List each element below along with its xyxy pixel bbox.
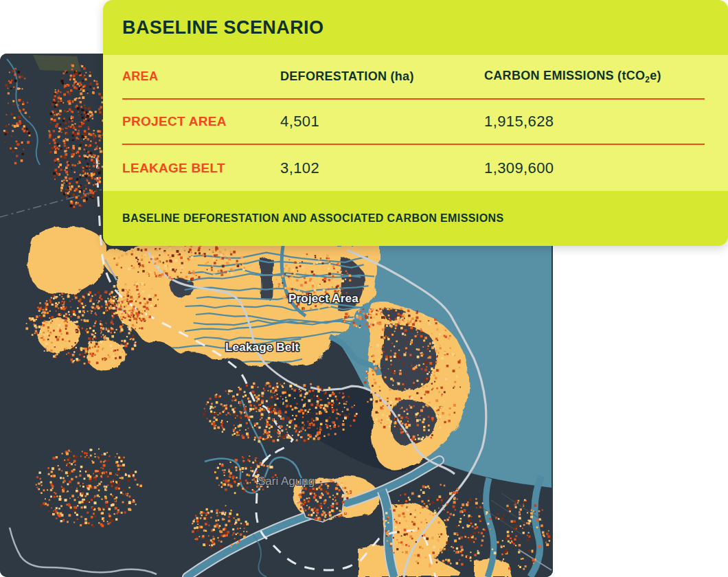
leakage-belt-deforestation-value: 3,102 (280, 159, 484, 177)
map-label-sari-agung: Sari Agung (258, 475, 315, 488)
col-header-carbon-emissions: CARBON EMISSIONS (tCO2e) (484, 69, 705, 84)
screenshot-root: Project Area Leakage Belt Sari Agung BAS… (0, 0, 728, 577)
panel-caption: BASELINE DEFORESTATION AND ASSOCIATED CA… (103, 191, 728, 246)
panel-title: BASELINE SCENARIO (103, 0, 728, 55)
col-header-deforestation: DEFORESTATION (ha) (280, 69, 484, 84)
baseline-scenario-panel: BASELINE SCENARIO AREA DEFORESTATION (ha… (103, 0, 728, 246)
project-area-emissions-value: 1,915,628 (484, 113, 705, 131)
leakage-belt-emissions-value: 1,309,600 (484, 159, 705, 177)
table-header-row: AREA DEFORESTATION (ha) CARBON EMISSIONS… (122, 55, 705, 98)
baseline-table: AREA DEFORESTATION (ha) CARBON EMISSIONS… (103, 55, 728, 191)
clearing-polygon (33, 55, 81, 71)
table-row: PROJECT AREA 4,501 1,915,628 (122, 100, 705, 144)
row-label-leakage-belt: LEAKAGE BELT (122, 161, 280, 176)
map-label-project-area: Project Area (288, 292, 359, 305)
col-header-area: AREA (122, 69, 280, 84)
project-area-deforestation-value: 4,501 (280, 113, 484, 131)
map-label-leakage-belt: Leakage Belt (225, 341, 299, 354)
table-row: LEAKAGE BELT 3,102 1,309,600 (122, 145, 705, 191)
row-label-project-area: PROJECT AREA (122, 114, 280, 129)
